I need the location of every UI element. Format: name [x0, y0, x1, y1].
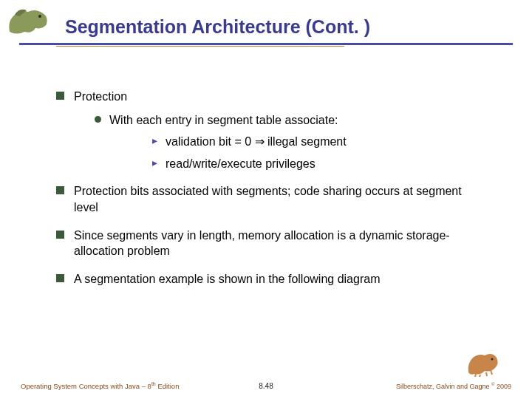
bullet-l3: read/write/execute privileges	[152, 156, 485, 172]
footer-left: Operating System Concepts with Java – 8t…	[21, 381, 179, 390]
slide-footer: Operating System Concepts with Java – 8t…	[0, 374, 532, 399]
bullet-l2: With each entry in segment table associa…	[95, 112, 485, 172]
bullet-text: Protection bits associated with segments…	[74, 185, 462, 214]
svg-point-0	[38, 15, 41, 18]
dinosaur-icon	[6, 6, 50, 35]
bullet-text: validation bit = 0 ⇒ illegal segment	[166, 135, 347, 148]
bullet-text: With each entry in segment table associa…	[109, 114, 338, 126]
bullet-l1: Since segments vary in length, memory al…	[56, 228, 485, 259]
bullet-text: A segmentation example is shown in the f…	[74, 273, 380, 285]
bullet-l1: Protection bits associated with segments…	[56, 183, 485, 215]
footer-left-suffix: Edition	[156, 382, 180, 390]
slide-body: Protection With each entry in segment ta…	[56, 89, 485, 299]
footer-right: Silberschatz, Galvin and Gagne © 2009	[396, 382, 511, 390]
footer-right-prefix: Silberschatz, Galvin and Gagne	[396, 383, 491, 390]
bullet-text: read/write/execute privileges	[166, 157, 316, 170]
svg-point-1	[491, 358, 494, 361]
title-rule	[19, 43, 513, 47]
dinosaur-icon	[466, 350, 501, 377]
bullet-text: Protection	[74, 90, 127, 103]
footer-left-prefix: Operating System Concepts with Java – 8	[21, 382, 151, 390]
bullet-text: Since segments vary in length, memory al…	[74, 229, 450, 258]
footer-page-number: 8.48	[259, 382, 273, 390]
bullet-l1: A segmentation example is shown in the f…	[56, 271, 485, 287]
slide-title: Segmentation Architecture (Cont. )	[65, 16, 370, 38]
slide-header: Segmentation Architecture (Cont. )	[0, 0, 532, 56]
bullet-l3: validation bit = 0 ⇒ illegal segment	[152, 134, 485, 150]
bullet-l1: Protection With each entry in segment ta…	[56, 89, 485, 171]
footer-right-suffix: 2009	[494, 383, 511, 390]
